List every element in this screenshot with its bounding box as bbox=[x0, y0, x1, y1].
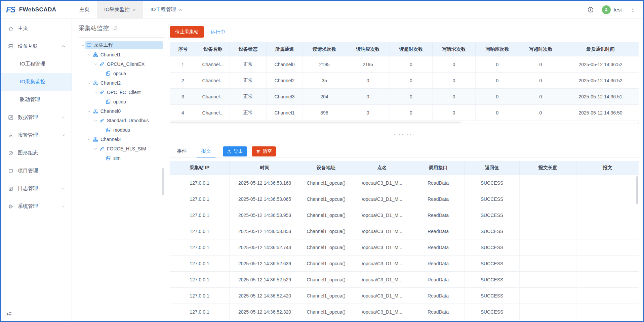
message-table-cell: 127.0.0.1 bbox=[170, 288, 230, 304]
message-table-header-cell: 返回值 bbox=[465, 161, 520, 175]
tree-node-11[interactable]: FORCE_HLS_SIM bbox=[79, 144, 165, 153]
sidebar-item-7[interactable]: 系统管理 bbox=[1, 197, 72, 215]
device-icon bbox=[106, 71, 111, 76]
tree-node-6[interactable]: opcda bbox=[79, 97, 165, 106]
message-table-cell bbox=[576, 272, 639, 288]
tree-node-12[interactable]: sim bbox=[79, 153, 165, 163]
export-button[interactable]: 导出 bbox=[223, 146, 247, 156]
collapse-sidebar-icon[interactable] bbox=[6, 311, 12, 317]
message-table-cell bbox=[520, 223, 576, 239]
info-icon[interactable] bbox=[587, 6, 594, 13]
sidebar-subitem-1-1[interactable]: IO采集监控 bbox=[1, 73, 72, 91]
device-table-cell: 正常 bbox=[230, 73, 267, 89]
message-table-header-cell: 设备地址 bbox=[300, 161, 352, 175]
chevron-down-icon bbox=[93, 119, 98, 123]
export-button-label: 导出 bbox=[234, 148, 243, 154]
tree-node-5[interactable]: OPC_FC_Client bbox=[79, 88, 165, 97]
tree-scrollbar[interactable] bbox=[162, 168, 164, 195]
sidebar-subitem-1-2[interactable]: 驱动管理 bbox=[1, 91, 72, 108]
tree-node-7[interactable]: Channel0 bbox=[79, 106, 165, 116]
tree-node-label: sim bbox=[113, 155, 121, 161]
tree-node-label: Standard_Umodbus bbox=[107, 118, 149, 123]
device-table-cell: 0 bbox=[346, 105, 390, 121]
device-table-cell: 204 bbox=[303, 89, 346, 105]
message-table-header-cell: 点名 bbox=[352, 161, 412, 175]
device-table-cell: 2025-05-12 14:36:50 bbox=[562, 105, 639, 121]
device-table-cell: 2195 bbox=[346, 56, 390, 73]
sidebar-subitem-1-0[interactable]: IO工程管理 bbox=[1, 55, 72, 73]
close-icon[interactable]: × bbox=[133, 7, 136, 12]
tree-node-1[interactable]: Channel1 bbox=[79, 50, 165, 59]
stop-station-button[interactable]: 停止采集站 bbox=[170, 26, 204, 38]
tree-node-3[interactable]: opcua bbox=[79, 69, 165, 78]
message-table-cell: Channel1_opcua() bbox=[300, 191, 352, 207]
chevron-down-icon bbox=[61, 186, 66, 191]
sidebar-item-1[interactable]: 设备互联 bbox=[1, 37, 72, 55]
message-table: 采集站 IP时间设备地址点名调用接口返回值报文长度报文 127.0.0.1202… bbox=[170, 161, 639, 320]
message-table-cell: ReadData bbox=[412, 223, 465, 239]
sidebar-item-5[interactable]: 项目管理 bbox=[1, 162, 72, 180]
message-table-cell: Channel1_opcua() bbox=[300, 288, 352, 304]
message-table-row-1: 127.0.0.12025-05-12 14:36:53.065Channel1… bbox=[170, 191, 639, 207]
panel-splitter[interactable] bbox=[170, 124, 639, 145]
header-tab-1[interactable]: IO采集监控× bbox=[97, 1, 143, 18]
device-table-header-cell: 最后通讯时间 bbox=[562, 42, 639, 56]
sidebar-item-0[interactable]: 主页 bbox=[1, 19, 72, 37]
vertical-scrollbar-thumb[interactable] bbox=[636, 176, 638, 204]
tree-node-0[interactable]: 采集工程 bbox=[79, 41, 165, 50]
device-table-cell: 3 bbox=[170, 89, 196, 105]
message-table-cell: Channel1_opcua() bbox=[300, 256, 352, 272]
message-tab-1[interactable]: 报文 bbox=[194, 145, 218, 157]
clear-button[interactable]: 清空 bbox=[252, 146, 276, 156]
channel-icon bbox=[93, 108, 98, 114]
message-tab-0[interactable]: 事件 bbox=[170, 145, 194, 157]
station-tree-panel: 采集站监控 采集工程Channel1OPCUA_ClientEXopcuaCha… bbox=[72, 19, 165, 321]
device-table-cell: Channel2 bbox=[267, 73, 303, 89]
tree-panel-header: 采集站监控 bbox=[79, 19, 165, 38]
sidebar-item-3[interactable]: 报警管理 bbox=[1, 126, 72, 144]
sidebar-item-label: 报警管理 bbox=[18, 132, 38, 138]
link-icon bbox=[99, 90, 105, 95]
device-table-cell: Channel3 bbox=[267, 89, 303, 105]
device-table-cell: 2 bbox=[170, 73, 196, 89]
device-icon bbox=[106, 155, 111, 161]
device-table-cell: 0 bbox=[519, 56, 562, 73]
header-tab-2[interactable]: IO工程管理× bbox=[143, 1, 190, 18]
message-table-cell: Channel1_opcua() bbox=[300, 304, 352, 320]
kebab-menu-icon[interactable] bbox=[630, 7, 636, 13]
chevron-down-icon bbox=[86, 53, 92, 57]
trash-icon bbox=[256, 149, 260, 154]
sidebar-item-6[interactable]: 日志管理 bbox=[1, 180, 72, 197]
tree-node-2[interactable]: OPCUA_ClientEX bbox=[79, 59, 165, 69]
sidebar-item-label: 设备互联 bbox=[18, 43, 38, 49]
device-table-cell: 2025-05-12 14:36:52 bbox=[562, 56, 639, 73]
tree-node-10[interactable]: Channel3 bbox=[79, 135, 165, 144]
avatar[interactable] bbox=[602, 5, 611, 14]
tree-node-body: Channel3 bbox=[92, 136, 123, 143]
message-table-cell: 2025-05-12 14:36:52.743 bbox=[230, 239, 300, 256]
header-tab-0[interactable]: 主页 bbox=[72, 1, 97, 18]
tree-node-4[interactable]: Channel2 bbox=[79, 78, 165, 88]
device-table-header-cell: 读请求次数 bbox=[303, 42, 346, 56]
sidebar-item-2[interactable]: 数据管理 bbox=[1, 108, 72, 126]
tree-node-label: opcda bbox=[113, 99, 126, 104]
tree-node-8[interactable]: Standard_Umodbus bbox=[79, 116, 165, 125]
horizontal-scrollbar-thumb[interactable] bbox=[170, 122, 461, 123]
device-table-header-cell: 写超时次数 bbox=[519, 42, 562, 56]
refresh-icon[interactable] bbox=[113, 26, 118, 31]
user-name: test bbox=[614, 7, 622, 12]
message-table-cell bbox=[520, 207, 576, 223]
close-icon[interactable]: × bbox=[179, 7, 182, 12]
message-table-cell: 127.0.0.1 bbox=[170, 304, 230, 320]
tree-node-body: Channel2 bbox=[92, 79, 123, 87]
device-table-header-cell: 设备名称 bbox=[196, 42, 230, 56]
message-table-cell: SUCCESS bbox=[465, 272, 520, 288]
sidebar-item-4[interactable]: 图形组态 bbox=[1, 144, 72, 162]
device-table-header-cell: 写请求次数 bbox=[433, 42, 476, 56]
tree-node-body: modbus bbox=[105, 126, 133, 134]
tree-node-9[interactable]: modbus bbox=[79, 125, 165, 135]
link-icon bbox=[99, 146, 105, 151]
message-table-cell: ReadData bbox=[412, 256, 465, 272]
message-table-cell bbox=[520, 256, 576, 272]
device-table-cell: 2195 bbox=[303, 56, 346, 73]
